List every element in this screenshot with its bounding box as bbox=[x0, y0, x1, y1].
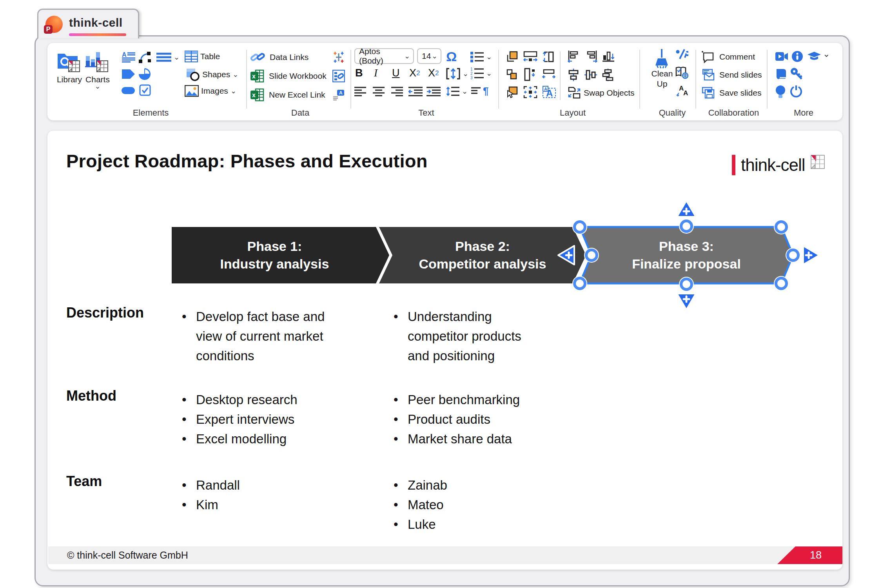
align-bottom-button[interactable] bbox=[602, 51, 615, 63]
bullet-item: Market share data bbox=[390, 429, 594, 449]
select-objects-button[interactable] bbox=[506, 86, 519, 98]
video-icon bbox=[775, 51, 788, 62]
increase-indent-button[interactable] bbox=[426, 87, 441, 97]
phase-1-chevron[interactable]: Phase 1: Industry analysis bbox=[172, 227, 389, 283]
center-vertically-button[interactable] bbox=[567, 69, 580, 81]
stretch-width-button[interactable] bbox=[523, 51, 537, 63]
underline-button[interactable]: U bbox=[392, 67, 400, 79]
clean-up-button[interactable] bbox=[653, 48, 670, 69]
new-excel-link-button[interactable]: x New Excel Link A bbox=[250, 88, 350, 102]
align-right-button[interactable] bbox=[391, 87, 403, 97]
swap-objects-button[interactable]: Swap Objects bbox=[567, 87, 635, 99]
library-button[interactable]: Library bbox=[56, 49, 83, 84]
selection-handle-top-right[interactable] bbox=[775, 220, 788, 234]
paragraph-marks-button[interactable]: ¶ bbox=[471, 85, 488, 97]
line-spacing-button[interactable]: ⌄ bbox=[446, 86, 468, 97]
description-col2-list[interactable]: Understanding competitor products and po… bbox=[390, 307, 543, 366]
distribute-button[interactable] bbox=[602, 69, 614, 81]
bullet-list-button[interactable]: ⌄ bbox=[470, 51, 492, 62]
rounded-rectangle-button[interactable] bbox=[121, 87, 135, 94]
charts-button[interactable]: Charts ⌄ bbox=[84, 49, 111, 88]
slide-title[interactable]: Project Roadmap: Phases and Execution bbox=[66, 150, 428, 172]
pie-chart-button[interactable] bbox=[138, 68, 151, 80]
fit-height-button[interactable] bbox=[523, 68, 537, 81]
fit-width-button[interactable] bbox=[542, 69, 555, 80]
font-name-select[interactable]: Aptos (Body) ⌄ bbox=[354, 48, 414, 64]
images-button[interactable]: Images ⌄ bbox=[185, 85, 236, 97]
send-slides-icon bbox=[701, 69, 715, 81]
line-spacing-icon bbox=[446, 86, 459, 97]
selection-handle-mid-right[interactable] bbox=[786, 249, 800, 262]
selection-handle-bottom-left[interactable] bbox=[573, 277, 586, 290]
data-links-button[interactable]: Data Links bbox=[250, 51, 350, 64]
center-horizontally-button[interactable] bbox=[584, 69, 597, 81]
autofit-button[interactable]: ⌄ bbox=[446, 68, 468, 80]
team-col1-list[interactable]: RandallKim bbox=[179, 475, 383, 515]
selection-handle-bottom-right[interactable] bbox=[775, 277, 788, 290]
freeform-pen-button[interactable] bbox=[138, 51, 152, 64]
send-slides-button[interactable]: Send slides bbox=[701, 69, 767, 81]
translate-button[interactable]: A A bbox=[676, 84, 689, 97]
svg-text:3: 3 bbox=[470, 76, 473, 80]
slide-footer: © think-cell Software GmbH bbox=[48, 546, 842, 564]
deactivate-button[interactable] bbox=[790, 85, 802, 98]
tutorials-button[interactable] bbox=[775, 51, 788, 62]
think-cell-tab[interactable]: P think-cell bbox=[37, 9, 139, 38]
numbered-list-button[interactable]: 1 2 3 ⌄ bbox=[470, 67, 492, 80]
table-button[interactable]: Table bbox=[185, 51, 220, 62]
text-autofit-button[interactable]: A A bbox=[542, 86, 556, 98]
align-left-edges-button[interactable] bbox=[567, 51, 581, 63]
more-dropdown-button[interactable]: ⌄ bbox=[823, 52, 830, 56]
font-size-select[interactable]: 14 ⌄ bbox=[417, 48, 441, 64]
send-behind-button[interactable] bbox=[506, 51, 519, 63]
method-col2-list[interactable]: Peer benchmarkingProduct auditsMarket sh… bbox=[390, 390, 594, 449]
slide-workbook-button[interactable]: x Slide Workbook bbox=[250, 69, 350, 83]
phase-3-subtitle: Finalize proposal bbox=[632, 255, 741, 273]
description-col1-list[interactable]: Develop fact base and view of current ma… bbox=[179, 307, 343, 366]
chevron-down-icon: ⌄ bbox=[230, 89, 236, 93]
subscript-button[interactable]: X2 bbox=[409, 67, 420, 79]
method-col1-list[interactable]: Desktop researchExpert interviewsExcel m… bbox=[179, 390, 383, 449]
pentagon-button[interactable] bbox=[122, 69, 135, 80]
training-button[interactable] bbox=[807, 51, 821, 62]
about-button[interactable] bbox=[791, 51, 803, 62]
superscript-button[interactable]: X2 bbox=[428, 67, 439, 79]
manual-button[interactable] bbox=[775, 68, 788, 80]
align-left-button[interactable] bbox=[354, 87, 366, 97]
phase-2-chevron[interactable]: Phase 2: Competitor analysis bbox=[379, 227, 586, 283]
comment-button[interactable]: Comment bbox=[701, 51, 767, 63]
distribute-icon bbox=[602, 69, 614, 81]
align-right-edges-button[interactable] bbox=[584, 51, 598, 63]
round-numbers-button[interactable] bbox=[676, 49, 688, 59]
text-box-button[interactable]: A bbox=[122, 51, 135, 63]
same-size-button[interactable] bbox=[506, 69, 519, 81]
shapes-button[interactable]: Shapes ⌄ bbox=[186, 68, 238, 81]
numbered-list-icon: 1 2 3 bbox=[470, 67, 484, 80]
checkbox-button[interactable] bbox=[139, 84, 151, 96]
insert-right-button[interactable] bbox=[801, 244, 821, 266]
bold-button[interactable]: B bbox=[355, 67, 363, 79]
group-divider bbox=[695, 50, 696, 109]
team-col2-list[interactable]: ZainabMateoLuke bbox=[390, 475, 594, 534]
proofing-button[interactable] bbox=[675, 66, 688, 79]
stretch-height-button[interactable] bbox=[542, 51, 554, 63]
bullet-list-icon bbox=[470, 51, 484, 62]
selection-handle-top-left[interactable] bbox=[573, 220, 586, 234]
insert-above-button[interactable] bbox=[675, 199, 697, 219]
align-center-button[interactable] bbox=[373, 87, 385, 97]
insert-below-button[interactable] bbox=[675, 292, 697, 311]
selection-handle-top-center[interactable] bbox=[680, 220, 693, 233]
license-key-button[interactable] bbox=[790, 67, 803, 80]
menu-lines-icon bbox=[156, 52, 171, 62]
phase-3-chevron-selected[interactable]: Phase 3: Finalize proposal bbox=[577, 225, 795, 286]
decrease-indent-button[interactable] bbox=[408, 87, 423, 97]
save-slides-button[interactable]: Save slides bbox=[701, 87, 767, 99]
position-button[interactable] bbox=[523, 86, 537, 98]
insert-left-button[interactable] bbox=[557, 244, 576, 266]
special-character-button[interactable]: Ω bbox=[446, 49, 457, 64]
italic-button[interactable]: I bbox=[374, 67, 377, 79]
agenda-button[interactable]: ⌄ bbox=[156, 52, 180, 62]
selection-handle-mid-left[interactable] bbox=[585, 249, 598, 262]
selection-handle-bottom-center[interactable] bbox=[680, 278, 693, 291]
request-feature-button[interactable] bbox=[775, 85, 786, 98]
